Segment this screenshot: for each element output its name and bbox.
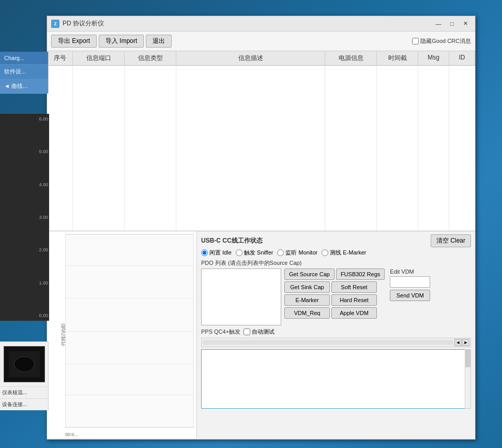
exit-button[interactable]: 退出 (146, 35, 172, 48)
toolbar: 导出 Export 导入 Import 退出 隐藏Good CRC消息 (47, 32, 475, 51)
left-panel-item-curve[interactable]: ◄ 曲线... (0, 79, 48, 94)
usb-status-label: USB-C CC线工作状态 (201, 236, 263, 245)
chart-y-5: 5.00 (1, 149, 48, 154)
radio-idle[interactable]: 闲置 Idle (201, 249, 232, 257)
pdo-label: PDO 列表 (请点击列表中的Source Cap) (201, 259, 301, 267)
get-source-cap-button[interactable]: Get Source Cap (284, 268, 334, 280)
window-title: PD 协议分析仪 (63, 19, 104, 28)
e-marker-button[interactable]: E-Marker (284, 294, 330, 306)
chart-y-4: 4.00 (1, 182, 48, 187)
fusb302-regs-button[interactable]: FUSB302 Regs (336, 268, 385, 280)
minimize-button[interactable]: — (433, 19, 444, 29)
maximize-button[interactable]: □ (446, 19, 458, 29)
col-id: ID (449, 51, 475, 65)
pps-row: PPS QC4+触发 自动测试 (201, 328, 471, 336)
pdo-buttons: Get Source Cap FUSB302 Regs Get Sink Cap… (284, 268, 385, 325)
chart-y-1: 1.00 (1, 280, 48, 286)
text-output-area[interactable] (201, 349, 471, 409)
pdo-list (201, 268, 281, 325)
main-window: Z PD 协议分析仪 — □ ✕ 导出 Export 导入 Import 退出 … (47, 16, 476, 440)
edit-vdm-input[interactable] (390, 276, 430, 288)
radio-sniffer[interactable]: 触发 Sniffer (236, 249, 273, 257)
table-body (47, 66, 475, 231)
vdm-req-button[interactable]: VDM_Req (284, 307, 330, 319)
pps-label: PPS QC4+触发 (201, 328, 240, 336)
connect-label: 设备连接... (0, 398, 48, 410)
chart-y-6: 6.00 (1, 116, 48, 122)
col-time: 时间截 (377, 51, 418, 65)
soft-reset-button[interactable]: Soft Reset (331, 281, 377, 293)
edit-vdm-label: Edit VDM (390, 268, 430, 275)
col-port: 信息端口 (73, 51, 125, 65)
send-vdm-button[interactable]: Send VDM (390, 290, 430, 301)
get-sink-cap-button[interactable]: Get Sink Cap (284, 281, 330, 293)
scroll-right-arrow[interactable]: ► (462, 339, 469, 346)
col-seq: 序号 (47, 51, 73, 65)
col-power: 电源信息 (325, 51, 377, 65)
left-panel-item-software[interactable]: 软件设... (0, 65, 48, 79)
scroll-bar-area[interactable]: ◄ ► (201, 338, 471, 347)
hide-crc-label[interactable]: 隐藏Good CRC消息 (412, 37, 471, 45)
calibrate-label: 仪表核温... (0, 386, 48, 398)
import-button[interactable]: 导入 Import (99, 35, 144, 48)
chart-y-2: 2.00 (1, 247, 48, 252)
chart-preview: 代线(Volt) 00:0... (47, 231, 197, 438)
export-button[interactable]: 导出 Export (51, 35, 97, 48)
control-panel: USB-C CC线工作状态 清空 Clear 闲置 Idle 触发 Sniffe… (197, 231, 475, 438)
app-icon: Z (51, 20, 59, 28)
chart-y-3: 3.00 (1, 215, 48, 220)
col-type: 信息类型 (125, 51, 176, 65)
auto-test-checkbox[interactable] (244, 328, 250, 335)
left-panel-item-charge[interactable]: Charg... (0, 52, 48, 65)
chart-y-0: 0.00 (1, 313, 48, 318)
hard-reset-button[interactable]: Hard Reset (331, 294, 377, 306)
col-desc: 信息描述 (176, 51, 325, 65)
auto-test-checkbox-label[interactable]: 自动测试 (244, 328, 275, 336)
chart-time-label: 00:0... (65, 432, 78, 437)
apple-vdm-button[interactable]: Apple VDM (331, 307, 377, 319)
hide-crc-checkbox[interactable] (412, 38, 419, 44)
title-bar: Z PD 协议分析仪 — □ ✕ (47, 16, 475, 32)
col-msg: Msg (418, 51, 449, 65)
radio-emarker[interactable]: 测线 E-Marker (322, 249, 366, 257)
clear-button[interactable]: 清空 Clear (431, 234, 471, 247)
edit-vdm-section: Edit VDM Send VDM (390, 268, 430, 325)
close-button[interactable]: ✕ (460, 19, 471, 29)
table-header: 序号 信息端口 信息类型 信息描述 电源信息 时间截 Msg ID (47, 51, 475, 66)
radio-monitor[interactable]: 监听 Monitor (277, 249, 317, 257)
scroll-left-arrow[interactable]: ◄ (454, 339, 462, 346)
